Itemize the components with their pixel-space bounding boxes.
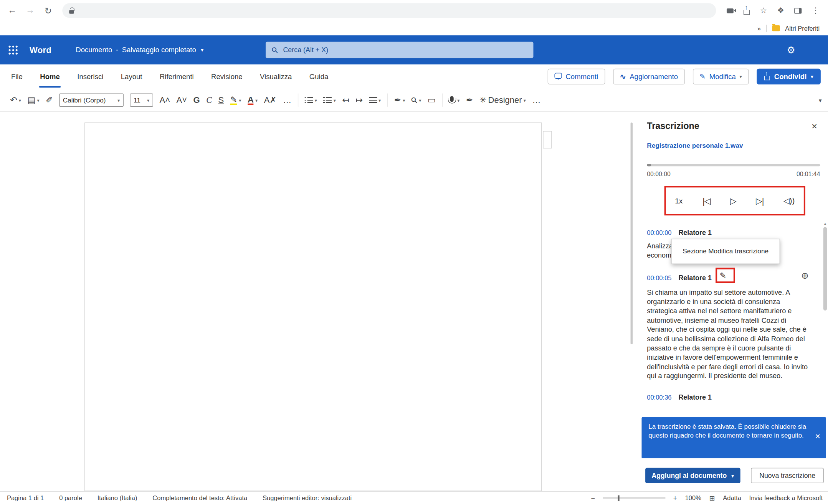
text-completion-status[interactable]: Completamento del testo: Attivata — [152, 494, 247, 502]
designer-sparkle-icon: ✳ — [479, 95, 486, 105]
comment-margin-box[interactable] — [543, 131, 552, 148]
undo-button[interactable]: ↶▾ — [10, 95, 21, 105]
more-font-options-button[interactable]: … — [283, 95, 291, 105]
playback-speed-button[interactable]: 1x — [675, 197, 683, 205]
language-status[interactable]: Italiano (Italia) — [98, 494, 137, 502]
immersive-reader-button[interactable]: ▭ — [428, 95, 436, 105]
underline-button[interactable]: S — [218, 95, 224, 105]
increase-indent-button[interactable]: ↦ — [355, 95, 362, 105]
alignment-button[interactable]: ▾ — [369, 97, 381, 103]
bookmark-star-icon[interactable]: ☆ — [760, 6, 767, 15]
share-icon[interactable] — [744, 10, 750, 14]
paste-icon: ▤ — [27, 95, 35, 105]
transcript-entry[interactable]: 00:00:36 Relatore 1 — [647, 393, 712, 402]
bullet-list-button[interactable]: ▾ — [305, 97, 317, 103]
document-scrollbar[interactable] — [631, 122, 633, 344]
new-transcription-button[interactable]: Nuova trascrizione — [751, 468, 824, 483]
paste-button[interactable]: ▤▾ — [27, 95, 39, 105]
tab-file[interactable]: File — [11, 73, 23, 81]
font-size-select[interactable]: 11 ▾ — [130, 93, 153, 106]
bold-button[interactable]: G — [193, 95, 200, 105]
edit-transcript-pencil-icon[interactable]: ✎ — [720, 271, 726, 281]
clear-formatting-button[interactable]: A✗ — [264, 95, 277, 105]
find-button[interactable]: ⚲▾ — [412, 95, 421, 105]
audio-file-link[interactable]: Registrazione personale 1.wav — [647, 142, 743, 149]
browser-menu-icon[interactable]: ⋮ — [811, 6, 820, 15]
highlight-button[interactable]: ✎▾ — [230, 95, 241, 105]
chevron-down-icon[interactable]: ▾ — [201, 47, 203, 53]
extensions-icon[interactable]: ❖ — [777, 6, 784, 15]
collapse-ribbon-icon[interactable]: ▾ — [819, 97, 822, 104]
audio-progress-slider[interactable] — [647, 164, 820, 167]
shrink-font-button[interactable]: A˅ — [177, 95, 187, 105]
editor-button[interactable]: ✒ — [466, 95, 473, 105]
more-commands-button[interactable]: … — [532, 95, 540, 105]
italic-button[interactable]: C — [206, 95, 212, 105]
entry-timestamp[interactable]: 00:00:00 — [647, 229, 671, 236]
word-count[interactable]: 0 parole — [59, 494, 82, 502]
tab-inserisci[interactable]: Inserisci — [77, 73, 103, 81]
zoom-in-icon[interactable]: + — [673, 494, 677, 502]
zoom-out-icon[interactable]: − — [591, 494, 595, 502]
side-panel-icon[interactable] — [794, 8, 802, 13]
tab-home[interactable]: Home — [40, 73, 60, 81]
play-icon[interactable]: ▷ — [730, 196, 736, 206]
page-count[interactable]: Pagina 1 di 1 — [7, 494, 44, 502]
tab-visualizza[interactable]: Visualizza — [260, 73, 292, 81]
updates-button[interactable]: ∿ Aggiornamento — [613, 69, 685, 84]
document-title[interactable]: Documento - Salvataggio completato ▾ — [76, 46, 203, 54]
document-page[interactable] — [84, 122, 542, 491]
bookmarks-overflow-button[interactable]: » — [757, 25, 761, 32]
styles-button[interactable]: ✒▾ — [394, 95, 405, 105]
comments-button[interactable]: Commenti — [548, 69, 605, 84]
slider-thumb[interactable] — [647, 164, 651, 167]
designer-button[interactable]: ✳Designer▾ — [479, 95, 526, 105]
panel-scroll-up-icon[interactable]: ▲ — [823, 222, 827, 226]
add-to-document-button[interactable]: Aggiungi al documento ▾ — [645, 468, 740, 483]
fit-page-icon[interactable]: ⊞ — [709, 494, 715, 502]
app-launcher-icon[interactable] — [8, 45, 19, 55]
volume-icon[interactable]: ◁)) — [783, 196, 795, 205]
font-color-button[interactable]: A▾ — [248, 95, 258, 105]
feedback-link[interactable]: Invia feedback a Microsoft — [749, 494, 823, 502]
zoom-level[interactable]: 100% — [685, 494, 701, 502]
format-painter-button[interactable]: ✐ — [46, 95, 53, 105]
search-box[interactable]: ⚲ — [266, 42, 533, 58]
entry-timestamp[interactable]: 00:00:36 — [647, 394, 671, 401]
search-input[interactable] — [283, 46, 527, 54]
decrease-indent-button[interactable]: ↤ — [342, 95, 349, 105]
skip-forward-icon[interactable]: ▷| — [756, 196, 764, 206]
editor-suggestions-status[interactable]: Suggerimenti editor: visualizzati — [263, 494, 352, 502]
forward-icon[interactable]: → — [21, 5, 39, 16]
zoom-slider-thumb[interactable] — [618, 495, 619, 501]
entry-speaker: Relatore 1 — [678, 274, 711, 282]
settings-gear-icon[interactable]: ⚙ — [787, 45, 795, 56]
tab-riferimenti[interactable]: Riferimenti — [160, 73, 194, 81]
panel-scrollbar[interactable] — [823, 227, 827, 311]
entry-timestamp[interactable]: 00:00:05 — [647, 274, 671, 282]
entry-text-fragment: econom — [647, 251, 671, 259]
tab-layout[interactable]: Layout — [121, 73, 142, 81]
entry-text[interactable]: Si chiama un impatto sul settore automot… — [647, 288, 810, 381]
close-panel-icon[interactable]: ✕ — [811, 122, 817, 131]
zoom-slider[interactable] — [603, 497, 665, 499]
editing-mode-button[interactable]: ✎ Modifica ▾ — [693, 69, 749, 84]
back-icon[interactable]: ← — [3, 5, 21, 16]
transcript-entry[interactable]: 00:00:05 Relatore 1 — [647, 274, 712, 282]
add-section-plus-icon[interactable]: ⊕ — [801, 270, 809, 281]
dictate-button[interactable]: ▾ — [449, 96, 459, 104]
notification-close-icon[interactable]: ✕ — [815, 433, 821, 441]
camera-icon[interactable] — [727, 8, 734, 13]
reload-icon[interactable]: ↻ — [39, 5, 57, 16]
grow-font-button[interactable]: A˄ — [159, 95, 170, 105]
fit-page-label[interactable]: Adatta — [723, 494, 741, 502]
numbered-list-button[interactable]: ▾ — [324, 97, 336, 103]
other-bookmarks-label[interactable]: Altri Preferiti — [785, 25, 820, 32]
skip-back-icon[interactable]: |◁ — [702, 196, 710, 206]
font-name-select[interactable]: Calibri (Corpo) ▾ — [59, 93, 124, 106]
address-bar[interactable] — [62, 3, 716, 18]
tab-guida[interactable]: Guida — [309, 73, 329, 81]
share-document-button[interactable]: Condividi ▾ — [757, 69, 821, 84]
transcript-entry[interactable]: 00:00:00 Relatore 1 — [647, 229, 712, 237]
tab-revisione[interactable]: Revisione — [211, 73, 243, 81]
